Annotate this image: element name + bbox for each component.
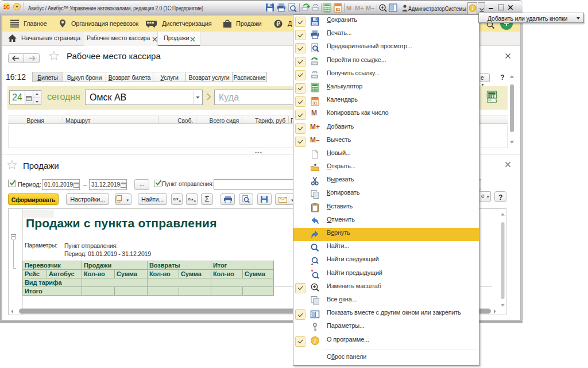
- svg-text:31: 31: [335, 7, 340, 12]
- svg-text:31: 31: [312, 100, 317, 105]
- svg-text:i: i: [314, 338, 316, 344]
- svg-text:M+: M+: [355, 5, 364, 11]
- svg-text:₽: ₽: [277, 21, 281, 27]
- svg-text:1С: 1С: [3, 4, 10, 10]
- svg-text:M: M: [346, 5, 351, 11]
- svg-text:M–: M–: [366, 5, 374, 11]
